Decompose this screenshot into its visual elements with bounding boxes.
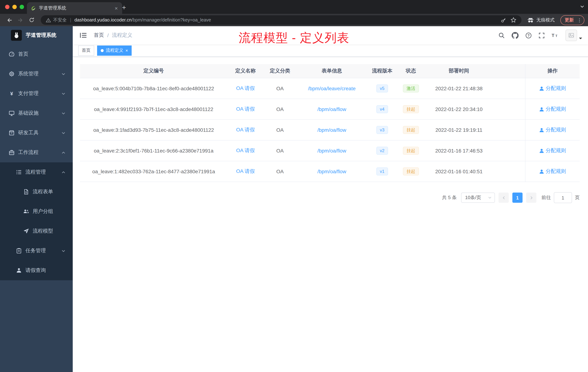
sidebar-item-home[interactable]: 首页 (0, 44, 73, 64)
sidebar-item-label: 请假查询 (25, 267, 46, 274)
form-link[interactable]: /bpm/oa/flow (317, 106, 346, 112)
back-icon[interactable] (6, 17, 12, 23)
form-link[interactable]: /bpm/oa/flow (317, 127, 346, 133)
table-header-row: 定义编号 定义名称 定义分类 表单信息 流程版本 状态 部署时间 操作 (80, 64, 580, 78)
sidebar-item-label: 用户分组 (33, 208, 53, 215)
sidebar-item-label: 流程模型 (33, 228, 53, 234)
form-link[interactable]: /bpm/oa/leave/create (308, 86, 356, 91)
bookmark-star-icon[interactable] (511, 17, 516, 23)
chevron-down-icon (62, 131, 65, 135)
navbar-actions: ? TT (499, 30, 582, 41)
assign-rule-link[interactable]: 分配规则 (539, 127, 566, 133)
incognito-badge: 无痕模式 (527, 17, 555, 23)
person-icon (16, 268, 22, 273)
cell-category: OA (264, 161, 296, 182)
password-key-icon[interactable] (501, 17, 506, 23)
sidebar-item-workflow[interactable]: 工作流程 (0, 143, 73, 162)
chevron-left-icon (502, 196, 506, 200)
toolbox-icon (9, 130, 15, 136)
breadcrumb-home[interactable]: 首页 (94, 32, 104, 39)
sidebar-item-label: 流程管理 (25, 169, 46, 175)
definition-name-link[interactable]: OA 请假 (236, 85, 255, 92)
sidebar-item-process-management[interactable]: 流程管理 (0, 162, 73, 182)
sidebar-item-infrastructure[interactable]: 基础设施 (0, 103, 73, 123)
sidebar-item-user-group[interactable]: 用户分组 (0, 202, 73, 221)
form-link[interactable]: /bpm/oa/flow (317, 148, 346, 153)
new-tab-button[interactable]: + (119, 3, 129, 12)
sidebar-item-task-management[interactable]: 任务管理 (0, 241, 73, 261)
cell-category: OA (264, 78, 296, 99)
definition-table: 定义编号 定义名称 定义分类 表单信息 流程版本 状态 部署时间 操作 oa_l… (80, 64, 580, 182)
minimize-window-button[interactable] (12, 5, 17, 9)
yen-icon: ¥ (9, 91, 15, 97)
sidebar-item-devtools[interactable]: 研发工具 (0, 123, 73, 143)
assign-rule-link[interactable]: 分配规则 (539, 168, 566, 175)
tag-process-definition[interactable]: 流程定义 × (97, 45, 132, 55)
avatar (566, 30, 577, 41)
table-row: oa_leave:3:1fad3d93-7b75-11ec-a3c8-acde4… (80, 120, 580, 141)
definition-name-link[interactable]: OA 请假 (236, 168, 255, 175)
github-icon[interactable] (512, 32, 519, 39)
person-icon (539, 169, 544, 174)
sidebar-item-leave-query[interactable]: 请假查询 (0, 261, 73, 280)
assign-rule-link[interactable]: 分配规则 (539, 106, 566, 112)
goto-page-input[interactable] (554, 192, 572, 203)
breadcrumb-current: 流程定义 (112, 32, 132, 39)
sidebar-item-payment[interactable]: ¥ 支付管理 (0, 84, 73, 103)
sidebar-toggle-icon[interactable] (79, 33, 88, 38)
svg-text:¥: ¥ (10, 91, 13, 97)
page-number-1[interactable]: 1 (512, 193, 523, 203)
chevron-up-icon (62, 151, 65, 155)
active-tag-dot (101, 49, 104, 52)
sidebar-item-process-model[interactable]: 流程模型 (0, 221, 73, 241)
search-icon[interactable] (499, 32, 505, 38)
help-icon[interactable]: ? (525, 32, 532, 38)
reload-icon[interactable] (29, 17, 34, 23)
goto-label: 前往 (541, 194, 551, 201)
goto-suffix-label: 页 (575, 194, 580, 201)
tag-close-icon[interactable]: × (126, 48, 128, 53)
sidebar-logo[interactable]: 芋道管理系统 (0, 26, 73, 44)
forward-icon[interactable] (17, 17, 24, 23)
browser-menu-icon[interactable]: ⋮ (577, 17, 582, 23)
breadcrumb-separator: / (107, 33, 109, 38)
fullscreen-icon[interactable] (538, 32, 545, 38)
font-size-icon[interactable]: TT (552, 33, 558, 38)
tab-close-icon[interactable]: × (114, 5, 118, 11)
sidebar-item-system[interactable]: 系统管理 (0, 64, 73, 84)
table-row: oa_leave:4:991f2193-7b7f-11ec-a3c8-acde4… (80, 99, 580, 120)
user-menu[interactable] (566, 30, 582, 41)
next-page-button[interactable] (526, 193, 536, 203)
form-link[interactable]: /bpm/oa/flow (317, 169, 346, 174)
pagination-total: 共 5 条 (442, 194, 457, 201)
caret-down-icon (579, 37, 582, 40)
page-content: 定义编号 定义名称 定义分类 表单信息 流程版本 状态 部署时间 操作 oa_l… (73, 57, 588, 372)
definition-name-link[interactable]: OA 请假 (236, 106, 255, 112)
cell-definition-id: oa_leave:3:1fad3d93-7b75-11ec-a3c8-acde4… (80, 120, 227, 140)
annotation-title: 流程模型 - 定义列表 (239, 30, 349, 46)
prev-page-button[interactable] (499, 193, 509, 203)
definition-name-link[interactable]: OA 请假 (236, 127, 255, 133)
assign-rule-link[interactable]: 分配规则 (539, 85, 566, 92)
tag-label: 流程定义 (106, 47, 123, 54)
browser-tab[interactable]: 芋道管理系统 × (27, 2, 122, 14)
list-icon (16, 169, 22, 175)
browser-toolbar: 不安全 | dashboard.yudao.iocoder.cn /bpm/ma… (0, 14, 588, 26)
close-window-button[interactable] (5, 5, 10, 9)
update-button[interactable]: 更新 ⋮ (560, 15, 584, 25)
url-input[interactable]: 不安全 | dashboard.yudao.iocoder.cn /bpm/ma… (41, 15, 521, 25)
dashboard-icon (9, 51, 15, 57)
paper-plane-icon (23, 228, 29, 234)
person-icon (539, 128, 544, 132)
cell-category: OA (264, 99, 296, 119)
cell-definition-id: oa_leave:1:482ec033-762a-11ec-8477-a2380… (80, 161, 227, 182)
tab-search-chevron-icon[interactable] (580, 4, 584, 9)
chevron-right-icon (529, 196, 533, 200)
sidebar-item-process-form[interactable]: 流程表单 (0, 182, 73, 202)
assign-rule-link[interactable]: 分配规则 (539, 147, 566, 154)
definition-name-link[interactable]: OA 请假 (236, 147, 255, 154)
zoom-window-button[interactable] (20, 5, 24, 9)
page-size-select[interactable]: 10条/页 (461, 193, 495, 203)
tag-home[interactable]: 首页 (78, 45, 94, 55)
sidebar: 芋道管理系统 首页 系统管理 ¥ 支付管理 基础设施 (0, 26, 73, 372)
